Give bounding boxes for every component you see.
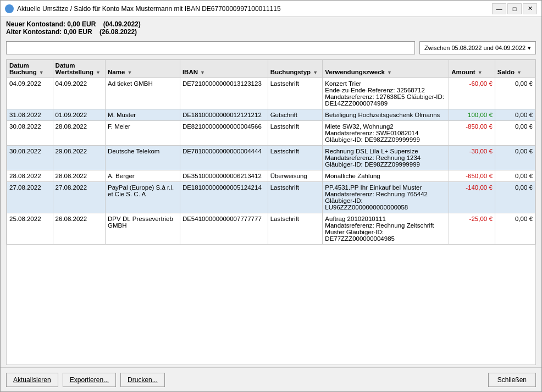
cell-amount: -25,00 € [449, 213, 495, 245]
table-row: 30.08.2022 28.08.2022 F. Meier DE8210000… [7, 121, 535, 146]
col-header-buchungstyp[interactable]: Buchungstyp▼ [268, 60, 323, 78]
col-header-datum-buchung[interactable]: DatumBuchung▼ [7, 60, 53, 78]
cell-buchungstyp: Lastschrift [268, 213, 323, 245]
table-header-row: DatumBuchung▼ DatumWertstellung▼ Name▼ I… [7, 60, 535, 78]
col-header-name[interactable]: Name▼ [106, 60, 180, 78]
cell-iban: DE35100000000006213412 [180, 170, 268, 182]
cell-verwendungszweck: Beteiligung Hochzeitsgeschenk Olmanns [323, 109, 449, 121]
cell-amount: -140,00 € [449, 182, 495, 213]
table-row: 27.08.2022 27.08.2022 PayPal (Europe) S.… [7, 182, 535, 213]
neuer-kontostand: Neuer Kontostand: 0,00 EUR (04.09.2022) [6, 20, 536, 28]
schliessen-button[interactable]: Schließen [488, 373, 536, 387]
cell-amount: -850,00 € [449, 121, 495, 146]
table-row: 04.09.2022 04.09.2022 Ad ticket GMBH DE7… [7, 78, 535, 109]
close-window-button[interactable]: ✕ [523, 3, 537, 14]
cell-datum-buchung: 25.08.2022 [7, 213, 53, 245]
search-bar: Zwischen 05.08.2022 und 04.09.2022 ▾ [1, 39, 541, 57]
col-header-saldo[interactable]: Saldo▼ [495, 60, 535, 78]
table-row: 31.08.2022 01.09.2022 M. Muster DE181000… [7, 109, 535, 121]
aktualisieren-button[interactable]: Aktualisieren [6, 373, 58, 387]
minimize-button[interactable]: — [492, 3, 506, 14]
footer-left-buttons: Aktualisieren Exportieren... Drucken... [6, 373, 165, 387]
cell-buchungstyp: Lastschrift [268, 146, 323, 170]
cell-amount: 100,00 € [449, 109, 495, 121]
window-controls: — □ ✕ [492, 3, 537, 14]
cell-datum-wert: 04.09.2022 [53, 78, 105, 109]
cell-verwendungszweck: Miete SW32, Wohnung2Mandatsreferenz: SWE… [323, 121, 449, 146]
cell-amount: -650,00 € [449, 170, 495, 182]
cell-name: Ad ticket GMBH [106, 78, 180, 109]
cell-datum-buchung: 30.08.2022 [7, 146, 53, 170]
cell-iban: DE78100000000000004444 [180, 146, 268, 170]
cell-datum-wert: 01.09.2022 [53, 109, 105, 121]
cell-buchungstyp: Lastschrift [268, 78, 323, 109]
table-row: 30.08.2022 29.08.2022 Deutsche Telekom D… [7, 146, 535, 170]
cell-buchungstyp: Lastschrift [268, 121, 323, 146]
cell-datum-buchung: 27.08.2022 [7, 182, 53, 213]
cell-name: F. Meier [106, 121, 180, 146]
cell-saldo: 0,00 € [495, 170, 535, 182]
date-range-button[interactable]: Zwischen 05.08.2022 und 04.09.2022 ▾ [419, 41, 536, 54]
cell-amount: -60,00 € [449, 78, 495, 109]
cell-iban: DE82100000000000004566 [180, 121, 268, 146]
col-header-iban[interactable]: IBAN▼ [180, 60, 268, 78]
cell-name: Deutsche Telekom [106, 146, 180, 170]
footer: Aktualisieren Exportieren... Drucken... … [1, 367, 541, 391]
cell-iban: DE72100000000013123123 [180, 78, 268, 109]
cell-datum-buchung: 30.08.2022 [7, 121, 53, 146]
cell-name: PayPal (Europe) S.à r.l. et Cie S. C. A [106, 182, 180, 213]
cell-datum-buchung: 04.09.2022 [7, 78, 53, 109]
main-window: Aktuelle Umsätze / Saldo für Konto Max M… [0, 0, 542, 392]
col-header-verwendungszweck[interactable]: Verwendungszweck▼ [323, 60, 449, 78]
search-input[interactable] [6, 41, 415, 54]
cell-iban: DE54100000000007777777 [180, 213, 268, 245]
cell-saldo: 0,00 € [495, 78, 535, 109]
transactions-table-container[interactable]: DatumBuchung▼ DatumWertstellung▼ Name▼ I… [6, 59, 536, 365]
cell-saldo: 0,00 € [495, 146, 535, 170]
cell-saldo: 0,00 € [495, 182, 535, 213]
cell-buchungstyp: Überweisung [268, 170, 323, 182]
cell-name: DPV Dt. Pressevertrieb GMBH [106, 213, 180, 245]
alter-kontostand: Alter Kontostand: 0,00 EUR (26.08.2022) [6, 28, 536, 36]
table-row: 25.08.2022 26.08.2022 DPV Dt. Pressevert… [7, 213, 535, 245]
drucken-button[interactable]: Drucken... [120, 373, 165, 387]
exportieren-button[interactable]: Exportieren... [63, 373, 116, 387]
cell-datum-buchung: 28.08.2022 [7, 170, 53, 182]
col-header-amount[interactable]: Amount▼ [449, 60, 495, 78]
cell-verwendungszweck: Monatliche Zahlung [323, 170, 449, 182]
table-row: 28.08.2022 28.08.2022 A. Berger DE351000… [7, 170, 535, 182]
cell-datum-buchung: 31.08.2022 [7, 109, 53, 121]
transactions-table: DatumBuchung▼ DatumWertstellung▼ Name▼ I… [7, 59, 535, 245]
chevron-down-icon: ▾ [528, 45, 531, 52]
cell-saldo: 0,00 € [495, 109, 535, 121]
cell-buchungstyp: Gutschrift [268, 109, 323, 121]
header-info: Neuer Kontostand: 0,00 EUR (04.09.2022) … [1, 17, 541, 39]
cell-datum-wert: 26.08.2022 [53, 213, 105, 245]
cell-verwendungszweck: Konzert TrierEnde-zu-Ende-Referenz: 3256… [323, 78, 449, 109]
cell-datum-wert: 27.08.2022 [53, 182, 105, 213]
title-bar: Aktuelle Umsätze / Saldo für Konto Max M… [1, 1, 541, 17]
cell-datum-wert: 28.08.2022 [53, 121, 105, 146]
col-header-datum-wert[interactable]: DatumWertstellung▼ [53, 60, 105, 78]
cell-datum-wert: 29.08.2022 [53, 146, 105, 170]
cell-name: A. Berger [106, 170, 180, 182]
window-title: Aktuelle Umsätze / Saldo für Konto Max M… [17, 5, 492, 13]
cell-verwendungszweck: PP.4531.PP Ihr Einkauf bei MusterMandats… [323, 182, 449, 213]
cell-amount: -30,00 € [449, 146, 495, 170]
cell-datum-wert: 28.08.2022 [53, 170, 105, 182]
cell-verwendungszweck: Auftrag 20102010111Mandatsreferenz: Rech… [323, 213, 449, 245]
maximize-button[interactable]: □ [507, 3, 522, 14]
cell-name: M. Muster [106, 109, 180, 121]
cell-saldo: 0,00 € [495, 213, 535, 245]
cell-iban: DE18100000000005124214 [180, 182, 268, 213]
cell-iban: DE18100000000012121212 [180, 109, 268, 121]
window-icon [5, 4, 14, 13]
cell-buchungstyp: Lastschrift [268, 182, 323, 213]
date-range-label: Zwischen 05.08.2022 und 04.09.2022 [424, 45, 526, 51]
cell-saldo: 0,00 € [495, 121, 535, 146]
cell-verwendungszweck: Rechnung DSL Lila L+ SupersizeMandatsref… [323, 146, 449, 170]
